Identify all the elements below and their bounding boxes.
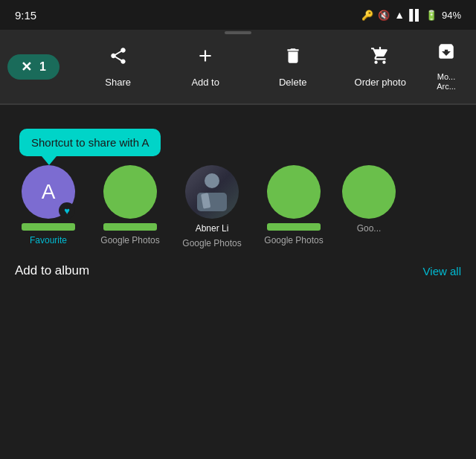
selection-count: 1 [39, 60, 46, 74]
status-bar: 9:15 🔑 🔇 ▲ ▌▌ 🔋 94% [0, 0, 476, 30]
contact-item-favourite[interactable]: A ♥ Favourite [15, 165, 82, 245]
drag-indicator [225, 31, 251, 34]
tooltip-container: Shortcut to share with A [19, 129, 161, 156]
contact-label-favourite: Favourite [30, 235, 67, 245]
avatar-favourite[interactable]: A ♥ [22, 165, 75, 219]
contact-item-gphotos-3[interactable]: Goo... [342, 165, 396, 234]
addto-label: Add to [191, 77, 219, 88]
contact-name-bar-2 [103, 223, 157, 231]
view-all-link[interactable]: View all [423, 265, 461, 277]
toolbar-item-delete[interactable]: Delete [249, 46, 337, 88]
cart-icon [370, 46, 390, 71]
avatar-gphotos-1[interactable] [103, 165, 157, 219]
bottom-section: Add to album View all [0, 248, 476, 278]
delete-icon [283, 46, 303, 71]
tooltip-area: Shortcut to share with A [0, 105, 476, 156]
tooltip-text: Shortcut to share with A [31, 136, 149, 149]
contacts-row: A ♥ Favourite Google Photos [7, 156, 469, 248]
contact-item-gphotos-1[interactable]: Google Photos [97, 165, 164, 245]
contact-label-gphotos-3: Goo... [357, 223, 382, 234]
toolbar-item-archive[interactable]: Mo...Arc... [424, 42, 469, 92]
archive-label: Mo...Arc... [437, 72, 456, 92]
svg-rect-0 [205, 173, 219, 188]
share-label: Share [105, 77, 131, 88]
avatar-letter-a: A [42, 180, 56, 204]
key-icon: 🔑 [361, 10, 373, 21]
contact-label-gphotos-2: Google Photos [264, 235, 323, 245]
order-label: Order photo [355, 77, 406, 88]
archive-icon [437, 42, 456, 66]
close-icon: ✕ [21, 59, 32, 75]
add-icon [196, 46, 215, 71]
toolbar-item-order[interactable]: Order photo [336, 46, 424, 88]
photo-inner [185, 165, 239, 219]
toolbar-item-addto[interactable]: Add to [161, 46, 249, 88]
add-to-album-title: Add to album [15, 263, 89, 278]
contact-label-gphotos-1: Google Photos [100, 235, 159, 245]
mute-icon: 🔇 [378, 10, 390, 21]
contacts-section: A ♥ Favourite Google Photos [0, 156, 476, 248]
battery-icon: 🔋 [425, 10, 437, 21]
tooltip-bubble: Shortcut to share with A [19, 129, 161, 156]
contact-item-gphotos-2[interactable]: Google Photos [260, 165, 327, 245]
delete-label: Delete [279, 77, 307, 88]
toolbar-item-share[interactable]: Share [74, 46, 162, 88]
status-icons: 🔑 🔇 ▲ ▌▌ 🔋 94% [361, 9, 461, 21]
avatar-gphotos-3[interactable] [342, 165, 396, 219]
share-icon [109, 46, 128, 71]
contact-name-bar [22, 223, 75, 231]
wifi-icon: ▲ [394, 9, 405, 21]
avatar-abner[interactable] [185, 165, 239, 219]
contact-item-abner[interactable]: Abner Li Google Photos [178, 165, 245, 248]
avatar-gphotos-2[interactable] [267, 165, 321, 219]
battery-percent: 94% [442, 10, 461, 21]
signal-icon: ▌▌ [409, 9, 421, 21]
heart-badge: ♥ [59, 202, 75, 219]
close-badge[interactable]: ✕ 1 [7, 54, 60, 80]
contact-label-abner: Google Photos [182, 238, 241, 248]
contact-name-abner: Abner Li [196, 223, 229, 234]
contact-name-bar-3 [267, 223, 321, 231]
toolbar: ✕ 1 Share Add to Delete [0, 30, 476, 104]
heart-icon: ♥ [64, 205, 70, 216]
status-time: 9:15 [15, 9, 36, 22]
